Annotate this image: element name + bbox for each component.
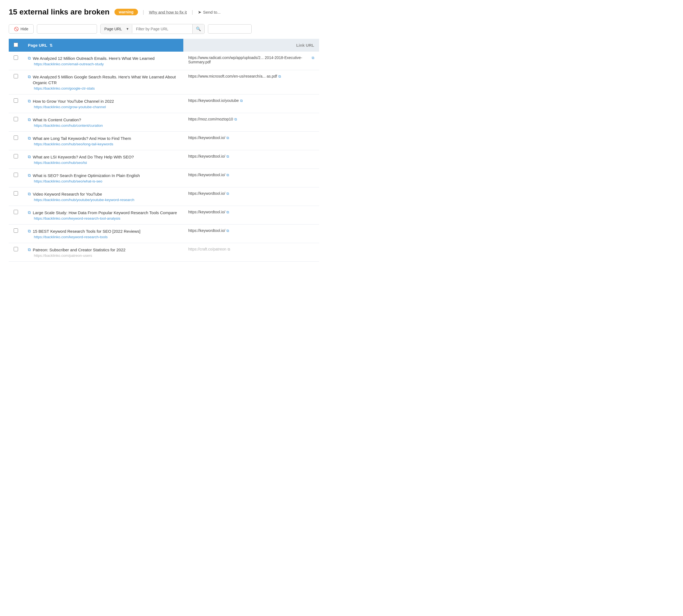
page-url-link[interactable]: https://backlinko.com/hub/youtube/youtub… [28, 198, 178, 202]
link-url-cell: https://keywordtool.io/⧉ [183, 224, 319, 243]
row-checkbox-cell [9, 132, 23, 150]
page-url-link[interactable]: https://backlinko.com/hub/seo/long-tail-… [28, 142, 178, 146]
page-url-link[interactable]: https://backlinko.com/hub/content/curati… [28, 124, 178, 128]
external-link-icon[interactable]: ⧉ [226, 229, 229, 233]
row-checkbox[interactable] [14, 56, 18, 60]
send-arrow-icon: ➤ [198, 9, 201, 15]
page-external-icon: ⧉ [28, 98, 31, 104]
row-checkbox[interactable] [14, 135, 18, 140]
row-checkbox[interactable] [14, 173, 18, 177]
row-checkbox-cell [9, 150, 23, 169]
filter-search-button[interactable]: 🔍 [192, 24, 204, 34]
page-url-cell: ⧉How to Grow Your YouTube Channel in 202… [23, 94, 183, 113]
page-name: What are LSI Keywords? And Do They Help … [33, 154, 134, 160]
table-row: ⧉15 BEST Keyword Research Tools for SEO … [9, 224, 319, 243]
link-url-cell: https://craft.co/patreon⧉ [183, 243, 319, 262]
row-checkbox[interactable] [14, 154, 18, 158]
search-icon: 🔍 [196, 26, 201, 31]
row-checkbox[interactable] [14, 74, 18, 79]
page-title: 15 external links are broken [9, 8, 110, 16]
page-url-cell: ⧉What is SEO? Search Engine Optimization… [23, 169, 183, 188]
link-url-text: https://keywordtool.io/youtube [188, 98, 239, 103]
row-checkbox-cell [9, 206, 23, 224]
page-name: Video Keyword Research for YouTube [33, 191, 102, 197]
table-row: ⧉We Analyzed 5 Million Google Search Res… [9, 70, 319, 94]
page-name: How to Grow Your YouTube Channel in 2022 [33, 98, 114, 104]
link-url-header: Link URL [183, 39, 319, 52]
page-name: Patreon: Subscriber and Creator Statisti… [33, 247, 126, 253]
hide-button[interactable]: 🚫 Hide [9, 24, 34, 34]
page-url-link[interactable]: https://backlinko.com/google-ctr-stats [28, 86, 178, 90]
external-link-icon[interactable]: ⧉ [279, 74, 281, 79]
send-to-button[interactable]: ➤ Send to... [198, 9, 220, 15]
filter-group: Page URL ▼ 🔍 [100, 24, 205, 34]
link-url-cell: https://keywordtool.io/⧉ [183, 132, 319, 150]
row-checkbox[interactable] [14, 191, 18, 196]
why-fix-link[interactable]: Why and how to fix it [149, 10, 186, 15]
row-checkbox[interactable] [14, 98, 18, 103]
row-checkbox[interactable] [14, 228, 18, 233]
row-checkbox-cell [9, 224, 23, 243]
row-checkbox[interactable] [14, 210, 18, 214]
row-checkbox[interactable] [14, 117, 18, 121]
select-all-checkbox[interactable] [14, 43, 18, 47]
external-link-icon[interactable]: ⧉ [235, 117, 237, 122]
page-url-link[interactable]: https://backlinko.com/grow-youtube-chann… [28, 105, 178, 109]
external-link-icon[interactable]: ⧉ [226, 210, 229, 215]
page-external-icon: ⧉ [28, 154, 31, 159]
page-name: What is SEO? Search Engine Optimization … [33, 173, 140, 178]
link-url-text: https://keywordtool.io/ [188, 154, 225, 158]
link-url-text: https://www.microsoft.com/en-us/research… [188, 74, 277, 79]
external-link-icon[interactable]: ⧉ [240, 98, 243, 103]
link-url-text: https://www.radicati.com/wp/app/uploads/… [188, 56, 310, 64]
page-name: 15 BEST Keyword Research Tools for SEO [… [33, 228, 140, 234]
page-external-icon: ⧉ [28, 56, 31, 61]
table-row: ⧉Large Scale Study: How Data From Popula… [9, 206, 319, 224]
external-link-icon[interactable]: ⧉ [226, 192, 229, 196]
page-url-link[interactable]: https://backlinko.com/email-outreach-stu… [28, 62, 178, 66]
link-url-cell: https://keywordtool.io/⧉ [183, 188, 319, 206]
page-name: We Analyzed 5 Million Google Search Resu… [33, 74, 178, 86]
link-url-cell: https://www.microsoft.com/en-us/research… [183, 70, 319, 94]
external-link-icon[interactable]: ⧉ [226, 154, 229, 159]
external-link-icon[interactable]: ⧉ [226, 136, 229, 140]
broken-links-table: Page URL ⇅ Link URL ⧉We Analyzed 12 Mill… [9, 39, 319, 262]
page-url-cell: ⧉What are LSI Keywords? And Do They Help… [23, 150, 183, 169]
link-url-cell: https://keywordtool.io/⧉ [183, 150, 319, 169]
page-external-icon: ⧉ [28, 136, 31, 141]
link-url-text: https://keywordtool.io/ [188, 191, 225, 196]
page-url-cell: ⧉What are Long Tail Keywords? And How to… [23, 132, 183, 150]
page-url-link[interactable]: https://backlinko.com/patreon-users [28, 254, 178, 258]
page-url-header: Page URL ⇅ [23, 39, 183, 52]
page-name: Large Scale Study: How Data From Popular… [33, 210, 177, 216]
page-url-cell: ⧉Large Scale Study: How Data From Popula… [23, 206, 183, 224]
page-url-cell: ⧉15 BEST Keyword Research Tools for SEO … [23, 224, 183, 243]
page-url-link[interactable]: https://backlinko.com/hub/seo/what-is-se… [28, 179, 178, 183]
external-link-icon[interactable]: ⧉ [312, 56, 314, 60]
table-row: ⧉What are LSI Keywords? And Do They Help… [9, 150, 319, 169]
filter-select[interactable]: Page URL [101, 25, 125, 33]
page-url-cell: ⧉Video Keyword Research for YouTubehttps… [23, 188, 183, 206]
table-row: ⧉We Analyzed 12 Million Outreach Emails.… [9, 52, 319, 70]
page-url-link[interactable]: https://backlinko.com/keyword-research-t… [28, 235, 178, 239]
header-divider: | [143, 9, 144, 15]
page-url-link[interactable]: https://backlinko.com/keyword-research-t… [28, 216, 178, 220]
search-input[interactable] [37, 24, 97, 34]
link-url-cell: https://moz.com/moztop10⧉ [183, 113, 319, 132]
row-checkbox-cell [9, 169, 23, 188]
link-url-cell: https://keywordtool.io/youtube⧉ [183, 94, 319, 113]
link-url-cell: https://www.radicati.com/wp/app/uploads/… [183, 52, 319, 70]
external-link-icon[interactable]: ⧉ [227, 247, 230, 251]
sort-icon[interactable]: ⇅ [49, 43, 53, 47]
page-url-link[interactable]: https://backlinko.com/hub/seo/lsi [28, 161, 178, 165]
table-row: ⧉Video Keyword Research for YouTubehttps… [9, 188, 319, 206]
page-url-cell: ⧉We Analyzed 12 Million Outreach Emails.… [23, 52, 183, 70]
table-row: ⧉How to Grow Your YouTube Channel in 202… [9, 94, 319, 113]
table-row: ⧉Patreon: Subscriber and Creator Statist… [9, 243, 319, 262]
link-url-text: https://keywordtool.io/ [188, 135, 225, 140]
page-external-icon: ⧉ [28, 247, 31, 252]
external-link-icon[interactable]: ⧉ [226, 173, 229, 177]
filter-url-input[interactable] [132, 25, 192, 33]
extra-filter-input[interactable] [208, 24, 251, 34]
row-checkbox[interactable] [14, 247, 18, 251]
